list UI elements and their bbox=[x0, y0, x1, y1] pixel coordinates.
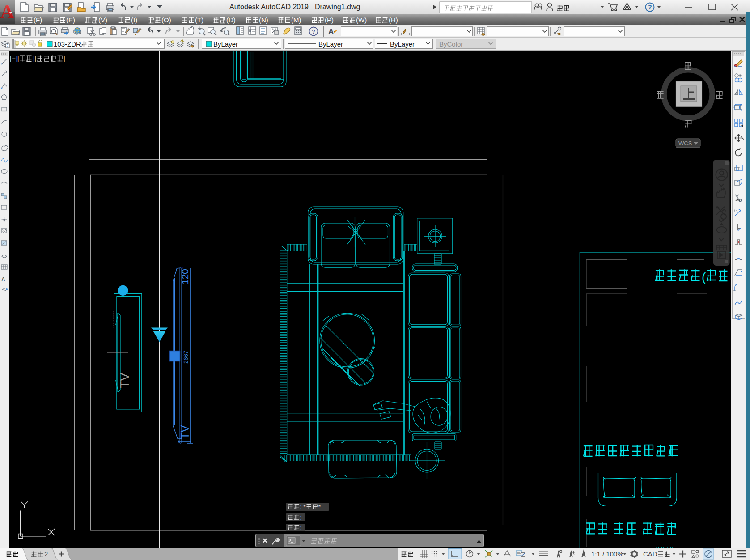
svg-text:Autodesk AutoCAD 2019: Autodesk AutoCAD 2019 bbox=[229, 3, 309, 11]
svg-text:A: A bbox=[1, 276, 5, 283]
svg-text:WCS: WCS bbox=[678, 140, 692, 147]
svg-text:Drawing1.dwg: Drawing1.dwg bbox=[315, 3, 360, 11]
svg-text:?: ? bbox=[648, 4, 652, 11]
svg-text:1:1 / 100%: 1:1 / 100% bbox=[591, 550, 623, 558]
